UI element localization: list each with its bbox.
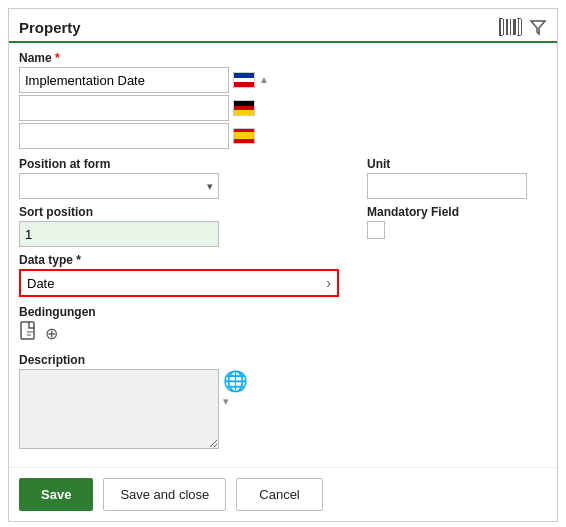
name-row-en: ▲ xyxy=(19,67,547,93)
name-section: Name * ▲ xyxy=(19,51,547,149)
add-bedingung-icon[interactable]: ⊕ xyxy=(45,324,58,343)
panel-title: Property xyxy=(19,19,81,36)
sort-col: Sort position xyxy=(19,205,347,247)
description-textarea[interactable] xyxy=(19,369,219,449)
svg-rect-12 xyxy=(21,322,34,339)
data-type-section: Data type * Date › xyxy=(19,253,547,297)
svg-marker-11 xyxy=(531,21,545,34)
svg-rect-5 xyxy=(518,19,519,35)
cancel-button[interactable]: Cancel xyxy=(236,478,322,511)
bedingungen-label: Bedingungen xyxy=(19,305,547,319)
barcode-icon[interactable] xyxy=(497,17,523,37)
description-label: Description xyxy=(19,353,547,367)
flag-uk-icon xyxy=(233,72,255,88)
bedingungen-icon[interactable]: ⊕ xyxy=(19,321,547,345)
svg-rect-4 xyxy=(513,19,516,35)
svg-rect-10 xyxy=(517,18,521,19)
desc-arrow-icon[interactable]: ▾ xyxy=(223,395,248,408)
description-row: 🌐 ▾ xyxy=(19,369,547,449)
position-label: Position at form xyxy=(19,157,347,171)
panel-icons xyxy=(497,17,547,37)
position-col: Position at form xyxy=(19,157,347,199)
svg-rect-6 xyxy=(521,19,522,35)
name-required: * xyxy=(52,51,60,65)
mandatory-label: Mandatory Field xyxy=(367,205,547,219)
property-panel: Property xyxy=(8,8,558,522)
data-type-arrow-icon: › xyxy=(326,275,331,291)
data-type-box[interactable]: Date › xyxy=(19,269,339,297)
flag-de-icon xyxy=(233,100,255,116)
name-label: Name * xyxy=(19,51,547,65)
position-select[interactable] xyxy=(19,173,219,199)
name-input-de[interactable] xyxy=(19,95,229,121)
data-type-value: Date xyxy=(27,276,326,291)
svg-rect-9 xyxy=(499,18,503,19)
data-type-required: * xyxy=(73,253,81,267)
name-arrow-icon[interactable]: ▲ xyxy=(259,75,269,85)
name-input-en[interactable] xyxy=(19,67,229,93)
svg-rect-8 xyxy=(517,35,521,36)
name-input-es[interactable] xyxy=(19,123,229,149)
name-row-es xyxy=(19,123,547,149)
svg-rect-7 xyxy=(499,35,503,36)
sort-mandatory-row: Sort position Mandatory Field xyxy=(19,205,547,247)
flag-es-icon xyxy=(233,128,255,144)
data-type-label: Data type * xyxy=(19,253,547,267)
panel-body: Name * ▲ xyxy=(9,43,557,467)
mandatory-checkbox[interactable] xyxy=(367,221,385,239)
svg-rect-2 xyxy=(506,19,508,35)
position-unit-row: Position at form Unit xyxy=(19,157,547,199)
unit-col: Unit xyxy=(367,157,547,199)
sort-input[interactable] xyxy=(19,221,219,247)
panel-header: Property xyxy=(9,9,557,43)
save-button[interactable]: Save xyxy=(19,478,93,511)
footer-buttons: Save Save and close Cancel xyxy=(9,467,557,521)
svg-rect-1 xyxy=(503,19,504,35)
filter-icon[interactable] xyxy=(529,18,547,36)
description-controls: 🌐 ▾ xyxy=(223,369,248,408)
svg-rect-0 xyxy=(499,19,501,35)
globe-icon[interactable]: 🌐 xyxy=(223,369,248,393)
svg-rect-3 xyxy=(510,19,511,35)
mandatory-col: Mandatory Field xyxy=(367,205,547,247)
name-row-de xyxy=(19,95,547,121)
sort-label: Sort position xyxy=(19,205,347,219)
name-input-group: ▲ xyxy=(19,67,547,149)
bedingungen-section: Bedingungen ⊕ xyxy=(19,305,547,345)
position-select-wrapper xyxy=(19,173,219,199)
unit-label: Unit xyxy=(367,157,547,171)
save-close-button[interactable]: Save and close xyxy=(103,478,226,511)
unit-input[interactable] xyxy=(367,173,527,199)
description-section: Description 🌐 ▾ xyxy=(19,353,547,449)
